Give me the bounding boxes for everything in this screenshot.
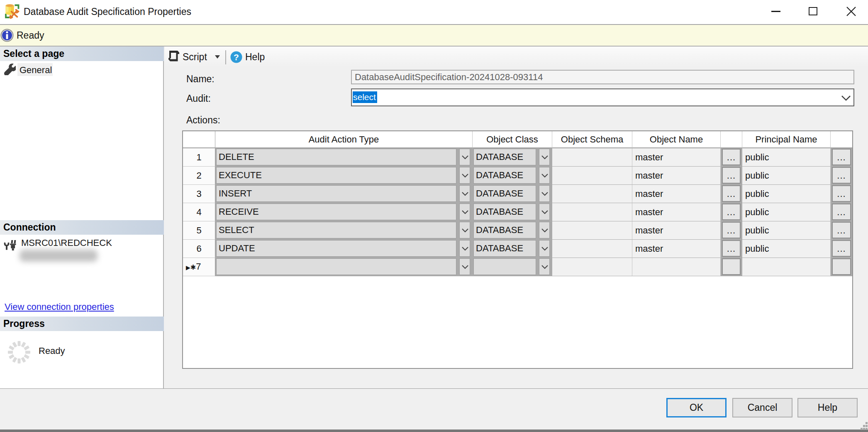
svg-text:?: ? <box>234 52 239 62</box>
